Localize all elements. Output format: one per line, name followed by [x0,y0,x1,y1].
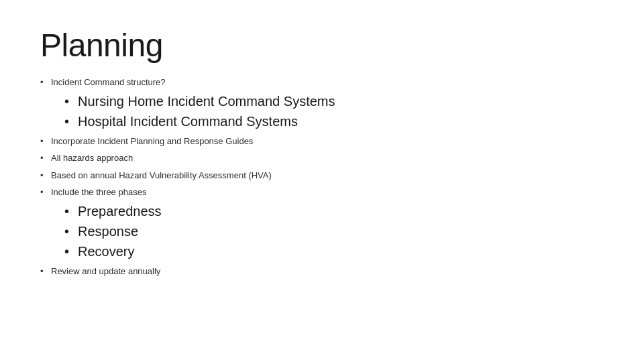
bullet-text-incorporate: Incorporate Incident Planning and Respon… [51,136,253,146]
phase-response: Response [64,222,604,241]
bullet-three-phases: Include the three phases Preparedness Re… [40,186,604,261]
bullet-based-on: Based on annual Hazard Vulnerability Ass… [40,169,604,182]
slide-title: Planning [40,27,604,64]
main-bullet-list: Incident Command structure? Nursing Home… [40,76,604,282]
bullet-incorporate: Incorporate Incident Planning and Respon… [40,135,604,148]
bullet-incident-command: Incident Command structure? Nursing Home… [40,76,604,131]
slide: Planning Incident Command structure? Nur… [0,0,644,362]
phases-list: Preparedness Response Recovery [64,202,604,261]
bullet-text-incident-command: Incident Command structure? [51,77,166,87]
phase-recovery: Recovery [64,242,604,261]
bullet-text-all-hazards: All hazards approach [51,153,133,163]
sub-list-ics: Nursing Home Incident Command Systems Ho… [64,92,604,131]
sub-bullet-nursing-home: Nursing Home Incident Command Systems [64,92,604,111]
bullet-review-annually: Review and update annually [40,265,604,278]
bullet-text-three-phases: Include the three phases [51,187,146,197]
sub-bullet-hospital: Hospital Incident Command Systems [64,112,604,131]
bullet-text-review-annually: Review and update annually [51,266,160,276]
bullet-all-hazards: All hazards approach [40,152,604,165]
phase-preparedness: Preparedness [64,202,604,221]
bullet-text-based-on: Based on annual Hazard Vulnerability Ass… [51,170,272,180]
